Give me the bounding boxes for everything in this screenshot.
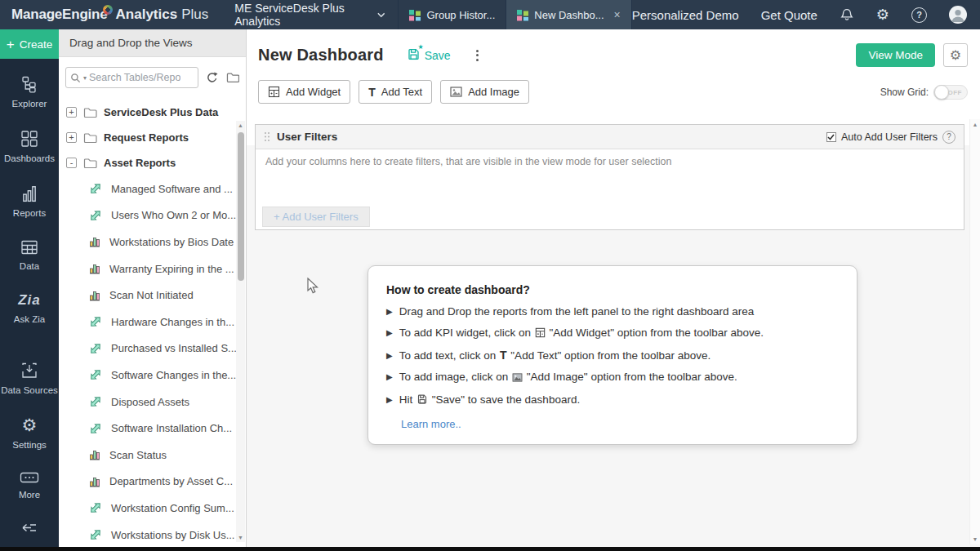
step-text: "Add Widget" option from the toolbar abo… <box>546 327 764 339</box>
user-filters-dropzone[interactable]: Add your columns here to create filters,… <box>256 149 964 229</box>
tree-item[interactable]: Scan Status <box>66 442 246 469</box>
chart-report-icon <box>88 235 101 248</box>
sidebar-item-data-sources[interactable]: Data Sources <box>1 362 58 395</box>
tree-item-label: Purchased vs Installed S... <box>111 342 237 354</box>
user-filters-help-button[interactable]: ? <box>942 131 956 144</box>
tab-close-icon[interactable]: × <box>614 8 621 21</box>
tree-item[interactable]: Workstation Config Sum... <box>66 495 246 522</box>
scroll-up-icon[interactable]: ▲ <box>970 122 980 127</box>
sidebar-item-explorer[interactable]: Explorer <box>12 75 47 109</box>
sidebar-item-ask-zia[interactable]: Zia Ask Zia <box>14 292 45 324</box>
tree-item[interactable]: Software Changes in the... <box>66 362 246 389</box>
tree-item-label: Workstations by Disk Us... <box>111 529 234 541</box>
sidebar-item-dashboards[interactable]: Dashboards <box>4 130 55 163</box>
tree-item[interactable]: Hardware Changes in th... <box>66 309 246 335</box>
drag-handle-icon[interactable] <box>264 131 270 142</box>
folder-icon[interactable] <box>226 72 239 83</box>
sidebar-item-reports[interactable]: Reports <box>13 184 46 218</box>
user-avatar[interactable] <box>949 6 967 24</box>
add-image-button[interactable]: Add Image <box>440 80 529 104</box>
save-floppy-icon <box>416 393 428 407</box>
settings-button[interactable]: ⚙ <box>876 7 889 22</box>
sidebar-item-settings[interactable]: ⚙ Settings <box>12 416 47 450</box>
personalized-demo-link[interactable]: Personalized Demo <box>632 8 739 22</box>
tree-folder-servicedesk-plus-data[interactable]: + ServiceDesk Plus Data <box>66 100 246 125</box>
scrollbar-thumb[interactable] <box>238 132 244 281</box>
dashboard-editor: New Dashboard ★ Save View Mode ⚙ <box>247 29 980 547</box>
search-input[interactable] <box>89 72 180 83</box>
tree-item[interactable]: Workstations by Disk Us... <box>66 522 246 547</box>
step-text: Hit <box>399 393 416 406</box>
logo-text-plus: Plus <box>181 7 208 23</box>
auto-add-checkbox[interactable] <box>826 132 836 142</box>
table-report-icon <box>88 367 103 382</box>
plus-icon: + <box>7 38 15 51</box>
tree-item[interactable]: Scan Not Initiated <box>66 282 246 309</box>
search-scope-caret-icon[interactable]: ▾ <box>83 74 87 82</box>
show-grid-toggle[interactable]: OFF <box>933 85 968 100</box>
image-icon <box>450 87 462 97</box>
save-button[interactable]: ★ Save <box>407 47 451 64</box>
dashboard-settings-button[interactable]: ⚙ <box>943 43 968 67</box>
tree-item[interactable]: Disposed Assets <box>66 389 246 415</box>
sidebar-item-data[interactable]: Data <box>20 239 39 271</box>
scroll-down-icon[interactable]: ▼ <box>970 536 980 542</box>
create-button[interactable]: + Create <box>0 29 59 59</box>
left-nav-rail: + Create Explorer Dashboards Reports <box>0 29 59 547</box>
collapse-icon[interactable]: - <box>66 158 77 168</box>
gear-icon: ⚙ <box>22 416 38 434</box>
refresh-icon[interactable] <box>206 71 218 84</box>
help-box: How to create dashboard? ▶ Drag and Drop… <box>368 265 858 445</box>
dashboard-grid-icon <box>409 9 421 21</box>
tree-folder-asset-reports[interactable]: - Asset Reports <box>66 150 246 176</box>
tab-group-history[interactable]: Group Histor... <box>398 0 506 29</box>
sidebar-item-label: Data Sources <box>1 385 58 395</box>
scroll-down-icon[interactable]: ▼ <box>236 535 245 540</box>
sidebar-item-more[interactable]: More <box>19 471 40 500</box>
add-user-filters-button[interactable]: + Add User Filters <box>262 207 370 227</box>
tab-new-dashboard[interactable]: New Dashbo... × <box>506 0 631 29</box>
add-widget-button[interactable]: Add Widget <box>258 80 350 104</box>
scroll-up-icon[interactable]: ▲ <box>236 122 245 128</box>
tree-item[interactable]: Warranty Expiring in the ... <box>66 256 246 282</box>
reports-tree: + ServiceDesk Plus Data + Request Report… <box>59 93 246 547</box>
tree-item-label: Departments by Asset C... <box>109 475 233 487</box>
search-icon <box>70 73 81 83</box>
view-mode-button[interactable]: View Mode <box>856 43 935 67</box>
check-icon <box>827 134 835 140</box>
panel-scrollbar[interactable]: ▲ ▼ <box>236 121 245 542</box>
table-report-icon <box>88 208 103 223</box>
learn-more-link[interactable]: Learn more.. <box>401 418 461 430</box>
user-filters-header: User Filters Auto Add User Filters ? <box>256 125 964 149</box>
tree-item[interactable]: Purchased vs Installed S... <box>66 335 246 362</box>
notifications-button[interactable] <box>840 7 854 22</box>
expand-icon[interactable]: + <box>66 107 77 118</box>
tree-item[interactable]: Managed Software and ... <box>66 176 246 202</box>
chart-report-icon <box>88 448 101 461</box>
tree-item-label: Workstation Config Sum... <box>111 502 234 514</box>
search-box[interactable]: ▾ <box>65 67 198 88</box>
tree-item[interactable]: Software Installation Ch... <box>66 415 246 442</box>
more-options-button[interactable] <box>473 47 482 64</box>
image-icon <box>512 372 523 384</box>
tree-item[interactable]: Workstations by Bios Date <box>66 229 246 256</box>
step-text: "Add Text" option from the toolbar above… <box>508 349 711 362</box>
help-button[interactable]: ? <box>911 7 927 23</box>
step-text: To add KPI widget, click on <box>399 327 534 339</box>
add-text-button[interactable]: T Add Text <box>359 80 432 104</box>
content-scrollbar[interactable]: ▲ ▼ <box>969 119 980 544</box>
workspace-selector[interactable]: ME ServiceDesk Plus Analytics <box>234 0 398 29</box>
table-icon <box>20 239 38 256</box>
tree-folder-request-reports[interactable]: + Request Reports <box>66 125 246 150</box>
tree-item[interactable]: Departments by Asset C... <box>66 469 246 495</box>
chevron-down-icon <box>377 12 385 18</box>
help-step: ▶ Drag and Drop the reports from the lef… <box>386 305 837 318</box>
collapse-sidebar-button[interactable] <box>20 522 38 537</box>
get-quote-link[interactable]: Get Quote <box>761 8 817 22</box>
expand-icon[interactable]: + <box>66 132 77 143</box>
tree-item-label: Hardware Changes in th... <box>111 316 234 328</box>
bar-chart-icon <box>21 184 38 202</box>
tree-item[interactable]: Users Who Own 2 or Mo... <box>66 202 246 229</box>
user-filters-title: User Filters <box>277 131 337 143</box>
collapse-arrow-icon <box>20 522 38 534</box>
